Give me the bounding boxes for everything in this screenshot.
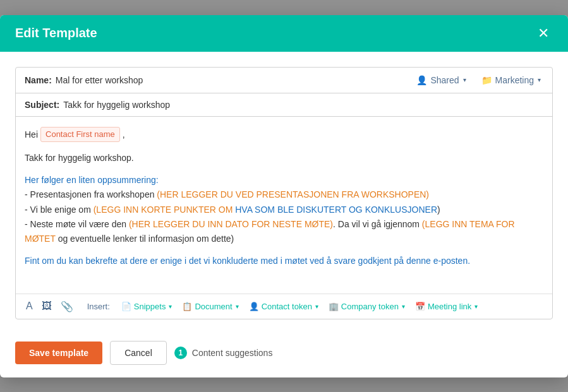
- insert-label: Insert:: [87, 302, 110, 311]
- paragraph-2: Her følger en liten oppsummering: - Pres…: [25, 173, 543, 246]
- modal-header: Edit Template ✕: [0, 15, 568, 52]
- meeting-link-label: Meeting link: [428, 302, 471, 311]
- para2-intro: Her følger en liten oppsummering:: [25, 173, 543, 187]
- bullet3-end: og eventuelle lenker til informasjon om …: [56, 234, 234, 244]
- toolbar-icons: A 🖼 📎: [25, 299, 75, 314]
- template-form: Name: Mal for etter workshop 👤 Shared ▾ …: [15, 67, 553, 319]
- name-left: Name: Mal for etter workshop: [25, 75, 143, 85]
- save-template-button[interactable]: Save template: [15, 342, 102, 364]
- document-chevron: ▾: [236, 303, 239, 310]
- modal-overlay: Edit Template ✕ Name: Mal for etter work…: [0, 0, 568, 392]
- greeting-line: Hei Contact First name ,: [25, 127, 543, 143]
- name-value: Mal for etter workshop: [56, 75, 143, 85]
- bullet2-caps: (LEGG INN KORTE PUNKTER OM: [94, 205, 236, 215]
- document-label: Document: [195, 302, 232, 311]
- bullet2-caps2: HVA SOM BLE DISKUTERT OG KONKLUSJONER: [235, 205, 437, 215]
- shared-label: Shared: [430, 75, 459, 85]
- bullet3-caps: (HER LEGGER DU INN DATO FOR NESTE MØTE): [129, 219, 333, 229]
- contact-token-chevron: ▾: [315, 303, 318, 310]
- bullet2: - Vi ble enige om (LEGG INN KORTE PUNKTE…: [25, 203, 543, 217]
- marketing-button[interactable]: 📁 Marketing ▾: [479, 74, 543, 86]
- closing-text: Fint om du kan bekrefte at dere er enige…: [25, 256, 470, 266]
- subject-value: Takk for hyggelig workshop: [63, 100, 170, 110]
- company-token-button[interactable]: 🏢 Company token ▾: [325, 300, 409, 312]
- contact-token-icon: 👤: [249, 302, 259, 311]
- shared-button[interactable]: 👤 Shared ▾: [414, 74, 468, 86]
- contact-first-name-token: Contact First name: [40, 127, 120, 143]
- contact-token-label: Contact token: [262, 302, 312, 311]
- marketing-chevron: ▾: [538, 76, 541, 83]
- bullet3-start: - Neste møte vil være den: [25, 219, 129, 229]
- edit-template-modal: Edit Template ✕ Name: Mal for etter work…: [0, 15, 568, 377]
- subject-label: Subject:: [25, 100, 59, 110]
- bullet1-start: - Presentasjonen fra workshopen: [25, 189, 157, 199]
- bullet1: - Presentasjonen fra workshopen (HER LEG…: [25, 187, 543, 202]
- company-token-chevron: ▾: [402, 303, 405, 310]
- marketing-label: Marketing: [495, 75, 534, 85]
- bullet2-end: ): [437, 205, 440, 215]
- company-token-icon: 🏢: [329, 302, 339, 311]
- modal-body: Name: Mal for etter workshop 👤 Shared ▾ …: [0, 52, 568, 332]
- suggestions-count: 1: [174, 347, 187, 359]
- marketing-icon: 📁: [481, 75, 492, 85]
- snippets-button[interactable]: 📄 Snippets ▾: [118, 300, 176, 312]
- name-row: Name: Mal for etter workshop 👤 Shared ▾ …: [16, 68, 552, 93]
- para2-intro-text: Her følger en liten oppsummering:: [25, 175, 159, 185]
- greeting-comma: ,: [123, 128, 125, 141]
- insert-buttons: 📄 Snippets ▾ 📋 Document ▾ 👤 Contact toke…: [118, 300, 482, 312]
- company-token-label: Company token: [341, 302, 399, 311]
- snippets-chevron: ▾: [169, 303, 172, 310]
- image-button[interactable]: 🖼: [40, 299, 53, 313]
- editor-content: Hei Contact First name , Takk for hyggel…: [25, 127, 543, 268]
- editor-area[interactable]: Hei Contact First name , Takk for hyggel…: [16, 117, 552, 294]
- document-button[interactable]: 📋 Document ▾: [178, 300, 242, 312]
- bullet3-mid: . Da vil vi gå igjennom: [333, 219, 422, 229]
- close-button[interactable]: ✕: [534, 25, 553, 42]
- modal-title: Edit Template: [15, 26, 97, 40]
- cancel-button[interactable]: Cancel: [110, 341, 167, 365]
- paragraph-1: Takk for hyggelig workshop.: [25, 151, 543, 165]
- attachment-button[interactable]: 📎: [59, 299, 75, 314]
- bullet1-caps: (HER LEGGER DU VED PRESENTASJONEN FRA WO…: [157, 189, 429, 199]
- paragraph-closing: Fint om du kan bekrefte at dere er enige…: [25, 254, 543, 268]
- text-format-button[interactable]: A: [25, 299, 34, 313]
- meeting-link-icon: 📅: [415, 302, 425, 311]
- name-right: 👤 Shared ▾ 📁 Marketing ▾: [414, 74, 543, 86]
- greeting-text: Hei: [25, 128, 38, 141]
- toolbar-row: A 🖼 📎 Insert: 📄 Snippets ▾ 📋 Do: [16, 294, 552, 319]
- bullet2-start: - Vi ble enige om: [25, 205, 94, 215]
- content-suggestions[interactable]: 1 Content suggestions: [174, 347, 273, 359]
- snippets-label: Snippets: [134, 302, 166, 311]
- para1-text: Takk for hyggelig workshop.: [25, 153, 134, 163]
- shared-icon: 👤: [416, 75, 427, 85]
- subject-row: Subject: Takk for hyggelig workshop: [16, 93, 552, 117]
- meeting-link-button[interactable]: 📅 Meeting link ▾: [411, 300, 481, 312]
- shared-chevron: ▾: [463, 76, 466, 83]
- contact-token-button[interactable]: 👤 Contact token ▾: [245, 300, 322, 312]
- bullet3: - Neste møte vil være den (HER LEGGER DU…: [25, 217, 543, 246]
- snippets-icon: 📄: [121, 302, 131, 311]
- document-icon: 📋: [182, 302, 192, 311]
- modal-footer: Save template Cancel 1 Content suggestio…: [0, 332, 568, 377]
- name-label: Name:: [25, 75, 52, 85]
- suggestions-label: Content suggestions: [192, 348, 273, 358]
- meeting-link-chevron: ▾: [474, 303, 478, 310]
